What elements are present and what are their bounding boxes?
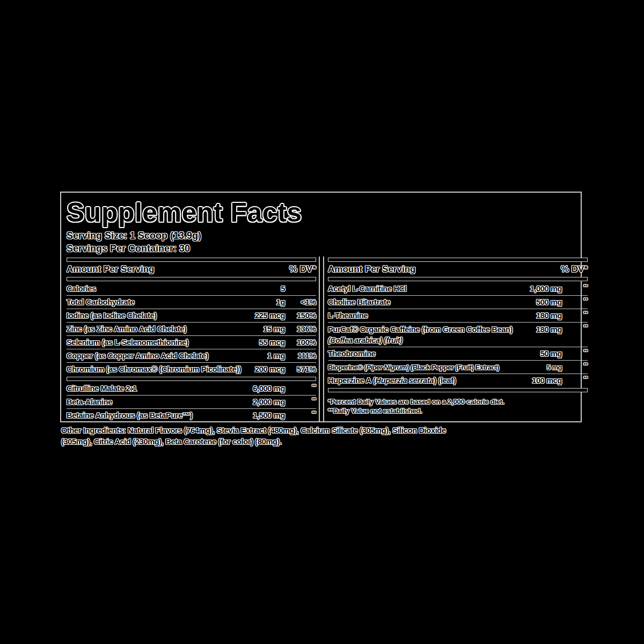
row-name-pre: Bioperine® ( bbox=[328, 363, 366, 371]
row-name: Chromium (as Chromax® (Chromium Picolina… bbox=[67, 365, 234, 374]
row-theobromine: Theobromine50 mg** bbox=[328, 347, 588, 360]
row-amount: 180 mg bbox=[513, 311, 562, 320]
row-betaine-anhydrous: Betaine Anhydrous (as BetaPure™)1,500 mg… bbox=[67, 408, 316, 422]
row-name: PurCaf® Organic Caffeine (from Green Cof… bbox=[328, 325, 513, 334]
row-name: Calories bbox=[67, 284, 234, 293]
row-name: Total Carbohydrate bbox=[67, 298, 234, 306]
amount-per-serving-header: Amount Per Serving bbox=[67, 264, 154, 275]
row-dv: 571% bbox=[285, 365, 316, 374]
row-dv: ** bbox=[562, 282, 588, 290]
row-dv: 100% bbox=[285, 338, 316, 347]
percent-dv-header: % DV* bbox=[561, 264, 588, 275]
row-name: Choline Bitartrate bbox=[328, 298, 513, 306]
servings-per-container: Servings Per Container: 30 bbox=[67, 242, 576, 255]
row-amount: 6,000 mg bbox=[234, 384, 285, 393]
row-amount: 1 mg bbox=[234, 352, 285, 360]
row-amount: 50 mg bbox=[513, 349, 562, 358]
row-acetyl-l-carnitine: Acetyl L-Carnitine HCl1,000 mg** bbox=[328, 282, 588, 295]
divider-bar bbox=[328, 258, 588, 262]
row-name-post: ) (leaf) bbox=[434, 376, 456, 385]
row-name-line2: (Coffea arabica) (fruit) bbox=[328, 336, 588, 346]
other-ingredients: Other Ingredients: Natural Flavors (764m… bbox=[61, 425, 469, 448]
row-dv: ** bbox=[562, 296, 588, 303]
divider-bar bbox=[328, 388, 588, 392]
row-selenium: Selenium (as L-Selenomethionine)55 mcg10… bbox=[67, 335, 316, 349]
row-name: Beta-Alanine bbox=[67, 398, 234, 406]
row-dv: ** bbox=[285, 382, 316, 390]
row-calories: Calories5 bbox=[67, 282, 316, 295]
percent-dv-header: % DV* bbox=[289, 264, 316, 275]
row-name: Zinc (as Zinc Amino Acid Chelate) bbox=[67, 325, 234, 333]
row-huperzine-a: Huperzine A (Huperzia serrata) (leaf)100… bbox=[328, 374, 588, 387]
amount-per-serving-header: Amount Per Serving bbox=[328, 264, 415, 275]
row-amount: 5 mg bbox=[513, 363, 562, 371]
row-amount: 1,000 mg bbox=[513, 284, 562, 293]
row-dv: 111% bbox=[285, 352, 316, 360]
table-header-left: Amount Per Serving % DV* bbox=[67, 263, 316, 276]
row-iodine: Iodine (as Iodine Chelate)225 mcg150% bbox=[67, 309, 316, 322]
row-amount: 55 mcg bbox=[234, 338, 285, 347]
row-dv: ** bbox=[285, 409, 316, 416]
footnotes: *Percent Daily Values are based on a 2,0… bbox=[328, 393, 588, 415]
divider-bar bbox=[67, 277, 316, 281]
row-amount: 1g bbox=[234, 298, 285, 306]
facts-table: Amount Per Serving % DV* Calories5 Total… bbox=[67, 257, 576, 422]
row-dv: ** bbox=[562, 347, 588, 355]
row-name: Citrulline Malate 2:1 bbox=[67, 384, 234, 393]
supplement-facts-panel: Supplement Facts Serving Size: 1 Scoop (… bbox=[60, 192, 582, 422]
row-name: Iodine (as Iodine Chelate) bbox=[67, 311, 234, 320]
row-amount: 1,500 mg bbox=[234, 411, 285, 420]
row-l-theanine: L-Theanine180 mg** bbox=[328, 309, 588, 322]
row-total-carbohydrate: Total Carbohydrate1g<1% bbox=[67, 295, 316, 309]
row-name: Copper (as Copper Amino Acid Chelate) bbox=[67, 352, 234, 360]
row-amount: 100 mcg bbox=[513, 376, 562, 385]
row-name: Betaine Anhydrous (as BetaPure™) bbox=[67, 411, 234, 420]
label-background: Supplement Facts Serving Size: 1 Scoop (… bbox=[0, 0, 644, 644]
row-name: Acetyl L-Carnitine HCl bbox=[328, 284, 513, 293]
row-choline-bitartrate: Choline Bitartrate500 mg** bbox=[328, 295, 588, 309]
row-name-italic: Piper Nigrum bbox=[366, 363, 407, 371]
column-left: Amount Per Serving % DV* Calories5 Total… bbox=[67, 257, 320, 422]
row-amount: 180 mg bbox=[513, 325, 562, 334]
row-amount: 15 mg bbox=[234, 325, 285, 333]
serving-size: Serving Size: 1 Scoop (13.9g) bbox=[67, 229, 576, 242]
row-dv: ** bbox=[562, 374, 588, 382]
row-zinc: Zinc (as Zinc Amino Acid Chelate)15 mg13… bbox=[67, 322, 316, 335]
row-dv: ** bbox=[285, 396, 316, 403]
row-name: Selenium (as L-Selenomethionine) bbox=[67, 338, 234, 347]
row-purcaf-caffeine: PurCaf® Organic Caffeine (from Green Cof… bbox=[328, 322, 588, 347]
row-name-pre: Huperzine A ( bbox=[328, 376, 375, 385]
row-name: Theobromine bbox=[328, 349, 513, 358]
row-bioperine: Bioperine® (Piper Nigrum) (Black Pepper … bbox=[328, 360, 588, 374]
row-citrulline-malate: Citrulline Malate 2:16,000 mg** bbox=[67, 382, 316, 395]
row-dv: 150% bbox=[285, 311, 316, 320]
row-amount: 2,000 mg bbox=[234, 398, 285, 406]
row-name-italic: Huperzia serrata bbox=[375, 376, 434, 385]
divider-bar bbox=[67, 377, 316, 381]
row-amount: 500 mg bbox=[513, 298, 562, 306]
row-beta-alanine: Beta-Alanine2,000 mg** bbox=[67, 395, 316, 408]
row-dv: ** bbox=[562, 323, 588, 330]
row-dv: ** bbox=[562, 361, 588, 368]
footnote-percent-dv: *Percent Daily Values are based on a 2,0… bbox=[328, 397, 588, 406]
row-amount: 225 mcg bbox=[234, 311, 285, 320]
footnote-dv-not-established: **Daily Value not established. bbox=[328, 406, 588, 415]
row-copper: Copper (as Copper Amino Acid Chelate)1 m… bbox=[67, 349, 316, 362]
row-amount: 200 mcg bbox=[234, 365, 285, 374]
row-name-post: ) (Black Pepper (Fruit) Extract) bbox=[407, 363, 499, 371]
column-right: Amount Per Serving % DV* Acetyl L-Carnit… bbox=[323, 257, 588, 422]
panel-title: Supplement Facts bbox=[67, 198, 576, 227]
divider-bar bbox=[328, 277, 588, 281]
row-dv: 136% bbox=[285, 325, 316, 333]
row-amount: 5 bbox=[234, 284, 285, 293]
divider-bar bbox=[67, 258, 316, 262]
row-chromium: Chromium (as Chromax® (Chromium Picolina… bbox=[67, 362, 316, 376]
row-dv: ** bbox=[562, 309, 588, 317]
row-name: Huperzine A (Huperzia serrata) (leaf) bbox=[328, 376, 513, 385]
row-name: L-Theanine bbox=[328, 311, 513, 320]
row-name: Bioperine® (Piper Nigrum) (Black Pepper … bbox=[328, 363, 513, 371]
row-dv: <1% bbox=[285, 298, 316, 306]
table-header-right: Amount Per Serving % DV* bbox=[328, 263, 588, 276]
